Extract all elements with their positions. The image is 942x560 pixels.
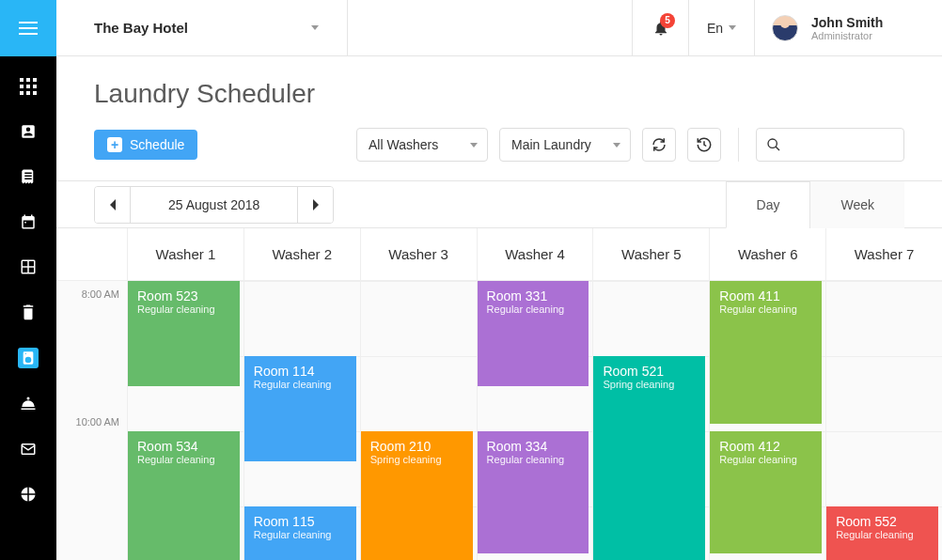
washer-column: Washer 2Room 114Regular cleaningRoom 115… bbox=[244, 228, 361, 560]
chevron-down-icon bbox=[613, 143, 620, 148]
washers-filter[interactable]: All Washers bbox=[356, 128, 488, 162]
current-date[interactable]: 25 August 2018 bbox=[131, 187, 297, 223]
event-type: Regular cleaning bbox=[836, 529, 929, 540]
sidebar-item-calendar[interactable] bbox=[19, 212, 38, 231]
washer-column-body[interactable]: Room 523Regular cleaningRoom 534Regular … bbox=[128, 281, 243, 560]
plus-icon: + bbox=[107, 137, 122, 152]
hotel-selector[interactable]: The Bay Hotel bbox=[56, 0, 348, 56]
sidebar-item-reports[interactable] bbox=[19, 485, 38, 504]
user-menu[interactable]: John Smith Administrator bbox=[754, 0, 942, 56]
washer-column: Washer 7Room 552Regular cleaning bbox=[826, 228, 942, 560]
event-type: Regular cleaning bbox=[254, 379, 347, 390]
menu-toggle-button[interactable] bbox=[0, 0, 56, 56]
svg-rect-2 bbox=[33, 78, 37, 82]
svg-point-13 bbox=[768, 139, 777, 148]
schedule-event[interactable]: Room 412Regular cleaning bbox=[710, 431, 822, 553]
sidebar-item-laundry[interactable] bbox=[18, 348, 39, 368]
sidebar-item-mail[interactable] bbox=[19, 440, 38, 459]
event-room: Room 412 bbox=[719, 439, 812, 454]
svg-rect-7 bbox=[26, 91, 30, 95]
washer-column-body[interactable]: Room 521Spring cleaning bbox=[593, 281, 709, 560]
room-service-icon bbox=[20, 396, 37, 412]
pie-chart-icon bbox=[20, 486, 37, 503]
avatar bbox=[772, 15, 798, 41]
apps-icon bbox=[20, 78, 37, 95]
language-selector[interactable]: En bbox=[688, 0, 754, 56]
washer-column: Washer 1Room 523Regular cleaningRoom 534… bbox=[128, 228, 244, 560]
main-content: The Bay Hotel 5 En John Smith Administra… bbox=[56, 0, 942, 560]
event-room: Room 521 bbox=[603, 364, 696, 379]
event-room: Room 411 bbox=[719, 288, 812, 303]
washer-column-header: Washer 2 bbox=[244, 228, 360, 281]
trash-icon bbox=[20, 303, 37, 320]
svg-line-14 bbox=[776, 147, 779, 150]
grid-icon bbox=[20, 258, 37, 275]
event-room: Room 210 bbox=[370, 439, 463, 454]
event-room: Room 331 bbox=[487, 288, 580, 303]
hotel-name: The Bay Hotel bbox=[94, 20, 188, 36]
time-label: 10:00 AM bbox=[76, 416, 119, 428]
sidebar-item-grid[interactable] bbox=[19, 257, 38, 276]
schedule-event[interactable]: Room 115Regular cleaning bbox=[244, 506, 356, 560]
sidebar bbox=[0, 0, 56, 560]
schedule-event[interactable]: Room 210Spring cleaning bbox=[361, 431, 473, 560]
scheduler-grid: Washer 1Room 523Regular cleaningRoom 534… bbox=[128, 228, 942, 560]
tab-day[interactable]: Day bbox=[726, 181, 810, 228]
schedule-event[interactable]: Room 523Regular cleaning bbox=[128, 281, 240, 386]
schedule-event[interactable]: Room 331Regular cleaning bbox=[478, 281, 589, 386]
sidebar-item-apps[interactable] bbox=[19, 77, 38, 96]
washer-column-body[interactable]: Room 114Regular cleaningRoom 115Regular … bbox=[244, 281, 360, 560]
event-type: Regular cleaning bbox=[719, 303, 812, 315]
chevron-left-icon bbox=[108, 199, 118, 210]
tab-week[interactable]: Week bbox=[809, 181, 904, 228]
history-button[interactable] bbox=[687, 128, 721, 162]
schedule-event[interactable]: Room 114Regular cleaning bbox=[244, 356, 356, 461]
washers-filter-value: All Washers bbox=[369, 137, 438, 152]
event-type: Regular cleaning bbox=[487, 303, 580, 315]
search-icon bbox=[766, 137, 781, 152]
washer-column-header: Washer 1 bbox=[128, 228, 243, 281]
schedule-button[interactable]: + Schedule bbox=[94, 130, 197, 160]
event-room: Room 534 bbox=[137, 439, 230, 454]
svg-rect-8 bbox=[33, 91, 37, 95]
sidebar-item-room-service[interactable] bbox=[19, 395, 38, 413]
svg-rect-5 bbox=[33, 85, 37, 88]
event-room: Room 114 bbox=[254, 364, 347, 379]
washer-column-body[interactable]: Room 331Regular cleaningRoom 334Regular … bbox=[478, 281, 593, 560]
search-input[interactable] bbox=[789, 137, 894, 152]
event-type: Regular cleaning bbox=[719, 454, 812, 465]
refresh-button[interactable] bbox=[642, 128, 676, 162]
location-filter[interactable]: Main Laundry bbox=[499, 128, 631, 162]
refresh-icon bbox=[651, 136, 667, 153]
schedule-event[interactable]: Room 334Regular cleaning bbox=[478, 431, 589, 553]
time-column: 8:00 AM 10:00 AM bbox=[56, 228, 128, 560]
svg-rect-3 bbox=[20, 85, 24, 88]
search-box[interactable] bbox=[756, 128, 904, 162]
time-label: 8:00 AM bbox=[82, 288, 119, 300]
page-title: Laundry Scheduler bbox=[94, 79, 904, 109]
sidebar-item-trash[interactable] bbox=[19, 303, 38, 321]
chevron-down-icon bbox=[470, 143, 478, 148]
schedule-event[interactable]: Room 534Regular cleaning bbox=[128, 431, 240, 560]
event-room: Room 334 bbox=[487, 439, 580, 454]
event-room: Room 115 bbox=[254, 514, 347, 529]
schedule-event[interactable]: Room 552Regular cleaning bbox=[826, 506, 938, 560]
washer-column-body[interactable]: Room 411Regular cleaningRoom 412Regular … bbox=[710, 281, 825, 560]
schedule-button-label: Schedule bbox=[130, 137, 184, 152]
notifications-button[interactable]: 5 bbox=[632, 0, 688, 56]
sidebar-item-receipt[interactable] bbox=[19, 167, 38, 186]
washer-column-body[interactable]: Room 210Spring cleaning bbox=[361, 281, 477, 560]
svg-rect-6 bbox=[20, 91, 24, 95]
calendar-icon bbox=[20, 213, 37, 230]
topbar: The Bay Hotel 5 En John Smith Administra… bbox=[56, 0, 942, 56]
sidebar-item-contacts[interactable] bbox=[19, 122, 38, 141]
chevron-right-icon bbox=[311, 199, 321, 210]
history-icon bbox=[696, 136, 713, 153]
washer-column-body[interactable]: Room 552Regular cleaning bbox=[826, 281, 942, 560]
prev-date-button[interactable] bbox=[95, 187, 131, 223]
schedule-event[interactable]: Room 521Spring cleaning bbox=[593, 356, 705, 560]
schedule-event[interactable]: Room 411Regular cleaning bbox=[710, 281, 822, 424]
next-date-button[interactable] bbox=[297, 187, 333, 223]
user-role: Administrator bbox=[811, 30, 883, 41]
chevron-down-icon bbox=[311, 25, 319, 30]
